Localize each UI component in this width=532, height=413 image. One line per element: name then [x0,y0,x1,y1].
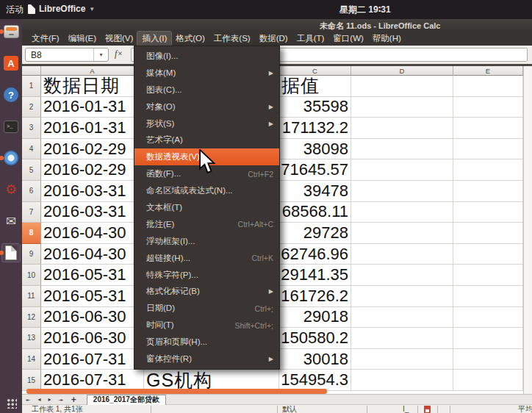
cell-B15[interactable]: GS机构 [144,370,279,391]
cell-E11[interactable] [453,286,523,307]
cell-A14[interactable]: 2016-07-31 [41,349,144,370]
row-header-6[interactable]: 6 [22,181,41,202]
cell-D12[interactable] [351,307,453,328]
page-style-status[interactable]: 默认 [282,405,297,413]
prev-sheet-icon[interactable]: ◂ [34,395,44,405]
menu-item-15[interactable]: 日期(D)Ctrl+; [134,300,279,317]
select-all-corner[interactable] [22,66,41,76]
sheet-tab[interactable]: 2016_2017全部贷款 [87,395,166,405]
cell-E10[interactable] [453,265,523,286]
row-header-9[interactable]: 9 [22,244,41,265]
row-header-8[interactable]: 8 [22,223,41,244]
row-header-1[interactable]: 1 [22,76,41,97]
menu-item-14[interactable]: 格式化标记(B)▶ [134,283,279,300]
menubar-item-1[interactable]: 编辑(E) [64,32,101,46]
row-header-10[interactable]: 10 [22,265,41,286]
cell-C15[interactable]: 154954.3 [279,370,351,391]
cell-D11[interactable] [351,286,453,307]
window-titlebar[interactable]: 未命名 11.ods - LibreOffice Calc [22,19,532,31]
cell-D14[interactable] [351,349,453,370]
cell-A15[interactable]: 2016-07-31 [41,370,144,391]
dock-item-files[interactable] [2,23,20,40]
cell-A1[interactable]: 数据日期 [41,76,144,97]
dock-item-libreoffice-doc[interactable] [2,244,20,262]
menubar-item-3[interactable]: 插入(I) [137,32,171,46]
menu-item-12[interactable]: 超链接(H)...Ctrl+K [134,250,279,267]
cell-D8[interactable] [351,223,453,244]
cell-E9[interactable] [453,244,523,265]
menu-item-18[interactable]: 窗体控件(R)▶ [134,351,279,367]
menu-item-3[interactable]: 对象(O)▶ [134,98,279,115]
menu-item-16[interactable]: 时间(T)Shift+Ctrl+; [134,317,279,334]
cell-D7[interactable] [351,202,453,223]
cell-D10[interactable] [351,265,453,286]
row-header-7[interactable]: 7 [22,202,41,223]
cell-A8[interactable]: 2016-04-30 [41,223,144,244]
cell-E4[interactable] [453,139,523,160]
cell-C5[interactable]: 71645.57 [279,159,351,181]
cell-E1[interactable] [453,76,523,97]
row-header-15[interactable]: 15 [22,370,41,391]
row-header-4[interactable]: 4 [22,139,41,160]
cell-C8[interactable]: 29728 [279,223,351,244]
menubar-item-7[interactable]: 工具(T) [292,32,329,46]
cell-A7[interactable]: 2016-03-31 [41,202,144,223]
cell-E3[interactable] [453,118,523,139]
menubar-item-9[interactable]: 帮助(H) [368,32,406,46]
cell-C2[interactable]: 35598 [279,97,351,118]
cell-E2[interactable] [453,97,523,118]
menubar-item-5[interactable]: 工作表(S) [209,32,255,46]
cell-D4[interactable] [351,139,453,160]
menu-item-5[interactable]: 艺术字(A) [134,132,279,148]
cell-A5[interactable]: 2016-02-29 [41,159,144,181]
menubar-item-0[interactable]: 文件(F) [27,32,64,46]
menu-item-4[interactable]: 形状(S)▶ [134,115,279,132]
cell-C11[interactable]: 161726.2 [279,286,351,307]
cell-D15[interactable] [351,370,453,391]
cell-A10[interactable]: 2016-05-31 [41,265,144,286]
row-header-2[interactable]: 2 [22,97,41,118]
add-sheet-button[interactable]: + [67,395,81,404]
selection-stats-status[interactable]: 平均 [518,405,532,413]
cell-E12[interactable] [453,307,523,328]
row-header-11[interactable]: 11 [22,286,41,307]
row-header-13[interactable]: 13 [22,328,41,349]
next-sheet-icon[interactable]: ▸ [44,395,54,405]
cell-C13[interactable]: 150580.2 [279,328,351,349]
row-header-3[interactable]: 3 [22,118,41,139]
cell-D5[interactable] [351,159,453,181]
dock-item-mail[interactable]: ✉ [2,212,20,230]
cell-D13[interactable] [351,328,453,349]
dock-item-chromium[interactable] [2,149,20,167]
menu-item-10[interactable]: 批注(E)Ctrl+Alt+C [134,216,279,233]
cell-A12[interactable]: 2016-06-30 [41,307,144,328]
cell-E7[interactable] [453,202,523,223]
cell-C14[interactable]: 30018 [279,349,351,370]
menu-item-8[interactable]: 命名区域或表达式(N)... [134,182,279,199]
dock-item-terminal[interactable]: >_ [2,118,20,135]
menubar-item-8[interactable]: 窗口(W) [328,32,368,46]
menubar-item-2[interactable]: 视图(V) [101,32,137,46]
cell-C4[interactable]: 38098 [279,139,351,160]
unsaved-changes-icon[interactable] [424,406,431,413]
cell-E15[interactable] [453,370,523,391]
row-header-5[interactable]: 5 [22,159,41,181]
cell-A3[interactable]: 2016-01-31 [41,118,144,139]
cell-C6[interactable]: 39478 [279,181,351,202]
row-header-12[interactable]: 12 [22,307,41,328]
cell-D2[interactable] [351,97,453,118]
cell-A11[interactable]: 2016-05-31 [41,286,144,307]
insert-mode-status[interactable]: I_ [403,405,409,413]
cell-C3[interactable]: 171132.2 [279,118,351,139]
show-applications-icon[interactable] [6,398,17,409]
menubar-item-4[interactable]: 格式(O) [171,32,209,46]
dock-item-software-center[interactable]: A [2,54,20,72]
last-sheet-icon[interactable]: ⯮ [54,395,66,405]
cell-A4[interactable]: 2016-02-29 [41,139,144,160]
name-box[interactable]: B8 ▾ [25,48,109,62]
cell-A6[interactable]: 2016-03-31 [41,181,144,202]
cell-C7[interactable]: 68568.11 [279,202,351,223]
cell-E14[interactable] [453,349,523,370]
horizontal-scrollbar-thumb[interactable] [26,389,327,394]
cell-E13[interactable] [453,328,523,349]
